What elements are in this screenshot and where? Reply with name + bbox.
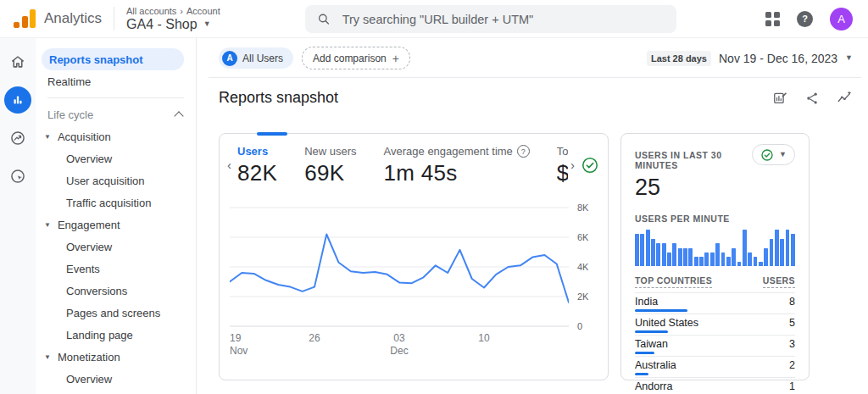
metrics-list: Users82KNew users69KAverage engagement t… xyxy=(237,145,568,186)
x-axis-day: 19 xyxy=(230,332,248,345)
page-actions xyxy=(772,90,853,106)
country-bar xyxy=(635,330,668,333)
sidebar-item-engagement-landing-page[interactable]: Landing page xyxy=(36,324,196,346)
sidebar-item-engagement-pages-and-screens[interactable]: Pages and screens xyxy=(36,302,196,324)
sidebar-group-monetization[interactable]: ▼Monetization xyxy=(36,346,196,368)
minute-bar xyxy=(699,257,704,266)
metric-label: Average engagement time? xyxy=(384,145,530,158)
country-cell: Taiwan xyxy=(635,338,668,354)
sidebar-item-acquisition-overview[interactable]: Overview xyxy=(36,147,196,169)
sidebar-item-engagement-conversions[interactable]: Conversions xyxy=(36,280,196,302)
scroll-left-chevron[interactable]: ‹ xyxy=(225,158,234,172)
rail-item-reports[interactable] xyxy=(4,86,31,114)
toolbar-divider xyxy=(209,77,861,78)
realtime-status-dropdown[interactable]: ▼ xyxy=(752,144,795,165)
minute-bar xyxy=(726,257,731,266)
rail-item-home[interactable] xyxy=(4,48,31,75)
country-bar xyxy=(635,309,687,312)
bar-chart-icon xyxy=(10,92,25,108)
segment-label: All Users xyxy=(242,53,283,64)
insights-icon[interactable] xyxy=(836,90,853,106)
cards-row: ‹ Users82KNew users69KAverage engagement… xyxy=(219,133,853,380)
sidebar-group-label: Engagement xyxy=(58,219,120,231)
countries-table-header: TOP COUNTRIES USERS xyxy=(635,275,795,293)
metric-average-engagement-time[interactable]: Average engagement time?1m 45s xyxy=(384,145,530,186)
overview-card: ‹ Users82KNew users69KAverage engagement… xyxy=(219,133,609,380)
sidebar-item-engagement-overview[interactable]: Overview xyxy=(36,236,196,258)
avatar[interactable]: A xyxy=(830,8,853,31)
appbar-actions: ? A xyxy=(765,8,868,31)
x-axis-day: 10 xyxy=(478,332,489,345)
search-bar[interactable] xyxy=(305,5,676,33)
minute-bar xyxy=(759,262,763,266)
country-row[interactable]: Andorra1 xyxy=(635,378,795,394)
minute-bar xyxy=(646,230,650,266)
users-per-minute-chart[interactable] xyxy=(635,230,795,266)
sidebar-item-realtime[interactable]: Realtime xyxy=(36,70,184,92)
country-cell: Australia xyxy=(635,359,676,375)
share-icon[interactable] xyxy=(804,91,820,106)
help-circle-icon[interactable]: ? xyxy=(517,145,530,158)
minute-bar xyxy=(688,248,693,267)
data-quality-check-icon[interactable] xyxy=(581,156,599,175)
metric-users[interactable]: Users82K xyxy=(237,145,277,186)
top-countries-header[interactable]: TOP COUNTRIES xyxy=(635,275,712,288)
users-per-minute-label: USERS PER MINUTE xyxy=(635,214,795,224)
minute-bar xyxy=(640,234,644,266)
add-comparison-label: Add comparison xyxy=(313,53,387,64)
country-row[interactable]: United States5 xyxy=(635,314,795,336)
country-name: Andorra xyxy=(635,380,672,392)
users-line-chart[interactable] xyxy=(230,207,569,327)
carousel-tab-indicator xyxy=(257,132,287,136)
users-header[interactable]: USERS xyxy=(763,275,795,288)
sidebar-group-acquisition[interactable]: ▼Acquisition xyxy=(36,125,196,147)
date-range-picker[interactable]: Last 28 days Nov 19 - Dec 16, 2023 ▼ xyxy=(647,51,853,66)
rail-item-advertising[interactable] xyxy=(4,163,31,190)
country-row[interactable]: Taiwan3 xyxy=(635,336,795,357)
country-cell: United States xyxy=(635,317,698,333)
country-row[interactable]: Australia2 xyxy=(635,357,795,378)
minute-bar xyxy=(710,252,715,266)
search-input[interactable] xyxy=(341,12,665,27)
x-axis-label: 19Nov xyxy=(230,332,248,358)
x-axis-label: 26 xyxy=(309,332,320,345)
property-selector[interactable]: GA4 - Shop ▼ xyxy=(126,17,220,32)
brand[interactable]: Analytics xyxy=(0,9,102,28)
scroll-right-chevron[interactable]: › xyxy=(568,158,577,172)
sidebar-item-monetization-overview[interactable]: Overview xyxy=(36,368,196,390)
country-row[interactable]: India8 xyxy=(635,293,795,314)
breadcrumb-root: All accounts xyxy=(126,6,176,16)
sidebar-section-life-cycle[interactable]: Life cycle xyxy=(36,103,196,125)
help-icon[interactable]: ? xyxy=(797,11,813,27)
sidebar-group-engagement[interactable]: ▼Engagement xyxy=(36,214,196,236)
nav-rail xyxy=(0,38,36,394)
apps-grid-icon[interactable] xyxy=(765,12,780,26)
metric-new-users[interactable]: New users69K xyxy=(304,145,356,186)
y-axis-label: 4K xyxy=(577,262,588,272)
product-name: Analytics xyxy=(44,10,102,27)
advertising-icon xyxy=(9,168,26,185)
rail-item-explore[interactable] xyxy=(4,125,31,152)
y-axis-label: 8K xyxy=(577,203,588,213)
add-comparison-button[interactable]: Add comparison + xyxy=(302,47,410,69)
metric-to[interactable]: To$ xyxy=(557,145,568,186)
x-axis-day: 26 xyxy=(309,332,320,345)
x-axis-day: 03 xyxy=(390,332,408,345)
sidebar-item-acquisition-user-acquisition[interactable]: User acquisition xyxy=(36,169,196,191)
customize-report-icon[interactable] xyxy=(772,90,788,106)
metric-value: 1m 45s xyxy=(384,160,530,186)
sidebar-item-acquisition-traffic-acquisition[interactable]: Traffic acquisition xyxy=(36,191,196,214)
country-cell: Andorra xyxy=(635,380,672,394)
sidebar-item-engagement-events[interactable]: Events xyxy=(36,258,196,280)
metric-label-text: Average engagement time xyxy=(384,145,513,158)
page-header: Reports snapshot xyxy=(219,89,853,107)
account-switcher[interactable]: All accounts › Account GA4 - Shop ▼ xyxy=(126,6,220,32)
minute-bar xyxy=(748,252,752,266)
sidebar-group-label: Monetization xyxy=(58,351,120,363)
y-axis-label: 0 xyxy=(577,321,582,331)
country-users: 8 xyxy=(789,296,795,308)
page-title: Reports snapshot xyxy=(219,89,338,107)
sidebar-item-reports-snapshot[interactable]: Reports snapshot xyxy=(42,48,184,70)
plot-area: 8K6K4K2K0 xyxy=(230,207,569,327)
segment-chip-all-users[interactable]: A All Users xyxy=(219,47,293,69)
